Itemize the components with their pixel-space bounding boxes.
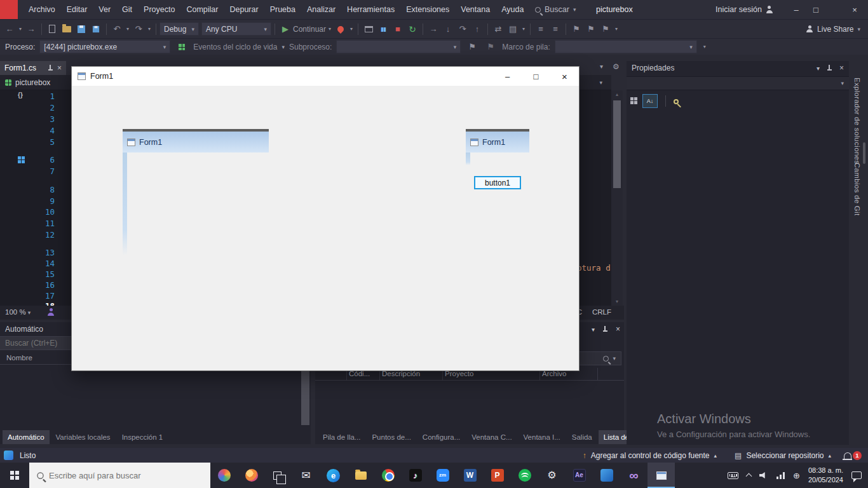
titlebar-search[interactable]: Buscar ▾	[535, 0, 576, 19]
window-position-icon[interactable]: ▾	[817, 65, 820, 72]
menu-item-extensiones[interactable]: Extensiones	[400, 0, 455, 19]
visual-studio-icon[interactable]: ∞	[620, 463, 648, 488]
prev-bookmark-icon[interactable]: ⚑	[584, 22, 598, 37]
menu-item-herramientas[interactable]: Herramientas	[341, 0, 400, 19]
pin-icon[interactable]	[48, 65, 53, 71]
bottom-tab-4[interactable]: Ventana I...	[519, 430, 566, 444]
close-panel-icon[interactable]: ×	[616, 325, 620, 334]
step-over-icon[interactable]: ↷	[456, 22, 470, 37]
chevron-down-icon[interactable]: ▾	[125, 22, 131, 37]
chrome-icon[interactable]	[374, 463, 402, 488]
mdi-caption-bar[interactable]: Form1	[123, 132, 269, 152]
document-outline-icon[interactable]: ▤	[506, 22, 520, 37]
navigate-forward-icon[interactable]: →	[24, 22, 38, 37]
lifecycle-events-icon[interactable]	[175, 39, 189, 55]
stop-debugging-icon[interactable]: ■	[391, 22, 405, 37]
close-button[interactable]: ×	[845, 0, 864, 19]
menu-item-ver[interactable]: Ver	[93, 0, 116, 19]
alphabetical-sort-icon[interactable]: A↓	[642, 94, 658, 108]
button1[interactable]: button1	[474, 176, 521, 189]
debug-configuration-dropdown[interactable]: Debug▾	[159, 22, 199, 36]
menu-item-compilar[interactable]: Compilar	[180, 0, 224, 19]
toolbar-overflow-icon[interactable]: ▾	[613, 22, 620, 37]
scroll-down-icon[interactable]: ▾	[611, 297, 623, 306]
menu-item-proyecto[interactable]: Proyecto	[138, 0, 180, 19]
chevron-up-icon[interactable]: ▴	[828, 452, 831, 459]
taskbar-search[interactable]	[29, 463, 210, 488]
blue-app-icon[interactable]	[593, 463, 620, 488]
form1-title-bar[interactable]: Form1 – □ ×	[72, 67, 579, 86]
close-panel-icon[interactable]: ×	[839, 64, 844, 72]
editor-scrollbar[interactable]: ▴ ▾	[611, 90, 623, 306]
restore-button[interactable]: □	[806, 0, 825, 19]
chevron-down-icon[interactable]: ▾	[599, 79, 602, 86]
action-center-icon[interactable]	[851, 471, 862, 479]
form1-app-window[interactable]: Form1 – □ × Form1 Form1 button1	[71, 66, 580, 371]
breadcrumb[interactable]: picturebox	[15, 78, 50, 87]
editor-options-gear-icon[interactable]: ⚙	[613, 62, 620, 71]
running-app-icon[interactable]	[648, 463, 675, 488]
touch-keyboard-icon[interactable]	[728, 472, 738, 479]
edge-icon[interactable]: e	[320, 463, 347, 488]
bottom-tab-5[interactable]: Salida	[567, 430, 597, 444]
scroll-up-icon[interactable]: ▴	[611, 90, 623, 98]
scrollbar-thumb[interactable]	[613, 100, 621, 188]
minimize-button[interactable]: –	[787, 0, 806, 19]
bottom-tab-1[interactable]: Puntos de...	[367, 430, 416, 444]
flag-outline-icon[interactable]: ⚑	[484, 39, 498, 55]
chevron-down-icon[interactable]: ▾	[520, 22, 527, 37]
new-file-icon[interactable]	[45, 22, 59, 37]
mdi-child-form-2[interactable]: Form1	[466, 129, 529, 152]
powerpoint-icon[interactable]: P	[484, 463, 511, 488]
zoom-dropdown[interactable]: 100 % ▾	[5, 308, 31, 316]
close-button[interactable]: ×	[550, 67, 579, 86]
tray-chevron-up-icon[interactable]	[746, 473, 752, 480]
redo-icon[interactable]: ↷	[132, 22, 146, 37]
class-margin-icon[interactable]	[18, 154, 25, 166]
save-all-icon[interactable]	[89, 22, 103, 37]
autos-tab-1[interactable]: Variables locales	[51, 430, 116, 444]
restart-icon[interactable]: ↻	[405, 22, 419, 37]
continue-label[interactable]: Continuar	[293, 25, 326, 34]
autos-tab-2[interactable]: Inspección 1	[117, 430, 168, 444]
mail-icon[interactable]: ✉	[292, 463, 320, 488]
side-tab-1[interactable]: Cambios de Git	[853, 163, 861, 215]
watch-window-icon[interactable]	[362, 22, 376, 37]
step-out-icon[interactable]: ↑	[470, 22, 484, 37]
menu-item-editar[interactable]: Editar	[61, 0, 93, 19]
continue-icon[interactable]: ▶	[278, 22, 292, 37]
start-button[interactable]	[0, 463, 29, 488]
volume-icon[interactable]	[759, 471, 768, 479]
minimize-button[interactable]: –	[493, 67, 522, 86]
categorized-icon[interactable]	[630, 95, 637, 107]
settings-icon[interactable]: ⚙	[538, 463, 566, 488]
chevron-down-icon[interactable]: ▾	[17, 22, 24, 37]
select-repository-button[interactable]: Seleccionar repositorio	[746, 451, 824, 460]
chevron-down-icon[interactable]: ▾	[348, 22, 355, 37]
autos-tab-0[interactable]: Automático	[3, 430, 50, 444]
scrollbar-thumb[interactable]	[863, 142, 865, 164]
step-into-icon[interactable]: ↓	[441, 22, 455, 37]
word-icon[interactable]: W	[456, 463, 484, 488]
flag-icon[interactable]: ⚑	[465, 39, 479, 55]
flower-icon[interactable]	[238, 463, 265, 488]
show-next-statement-icon[interactable]: →	[426, 22, 440, 37]
outdent-icon[interactable]: ≡	[548, 22, 562, 37]
indent-icon[interactable]: ≡	[534, 22, 548, 37]
taskbar-search-input[interactable]	[49, 471, 195, 480]
spotify-icon[interactable]	[511, 463, 538, 488]
live-share-button[interactable]: Live Share ▾	[806, 25, 868, 34]
scrollbar-thumb[interactable]	[301, 367, 309, 425]
menu-item-depurar[interactable]: Depurar	[224, 0, 264, 19]
lifecycle-events-label[interactable]: Eventos del ciclo de vida	[193, 43, 277, 51]
line-ending-indicator[interactable]: CRLF	[592, 308, 611, 316]
sign-in-button[interactable]: Iniciar sesión	[715, 0, 773, 19]
save-icon[interactable]	[74, 22, 88, 37]
after-effects-icon[interactable]: Ae	[566, 463, 593, 488]
file-explorer-icon[interactable]	[347, 463, 374, 488]
chevron-down-icon[interactable]: ▾	[146, 22, 153, 37]
notifications-button[interactable]: 1	[844, 451, 862, 460]
toolbar-overflow-icon[interactable]: ▾	[702, 39, 708, 55]
process-dropdown[interactable]: [4244] picturebox.exe▾	[39, 40, 170, 53]
clock[interactable]: 08:38 a. m. 20/05/2024	[808, 466, 843, 485]
